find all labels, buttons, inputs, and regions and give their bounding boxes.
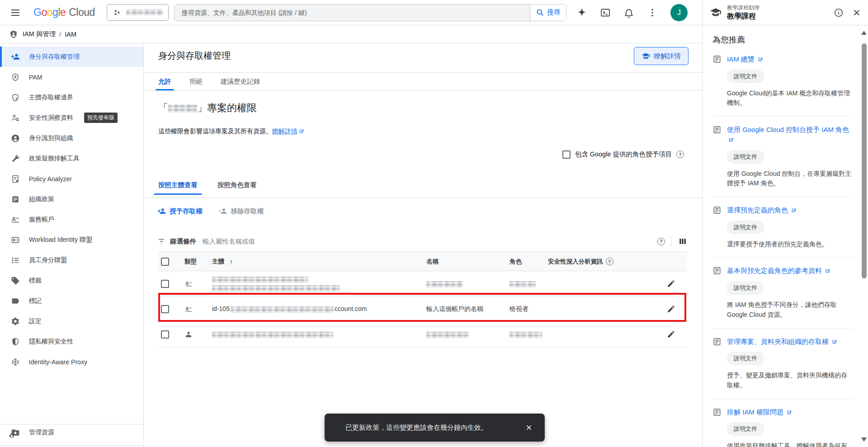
school-icon (710, 7, 722, 19)
tutorial-link[interactable]: 基本與預先定義角色的參考資料 (727, 266, 830, 276)
tab-view-by-principals[interactable]: 按照主體查看 (158, 181, 198, 195)
include-google-checkbox[interactable] (562, 151, 571, 159)
sidebar-item-release-notes[interactable]: 版本資訊 (0, 444, 143, 447)
divider (712, 257, 853, 258)
principal-cell (212, 276, 426, 292)
tab-recommendation-history[interactable]: 建議歷史記錄 (221, 72, 260, 90)
sidebar-item-service-accounts[interactable]: 服務帳戶 (0, 209, 143, 230)
sidebar-item-security-insights[interactable]: 安全性洞察資料 預先發布版 (0, 108, 143, 128)
wrench-icon (11, 154, 20, 163)
filter-input[interactable] (203, 238, 657, 245)
search-input[interactable] (175, 5, 530, 21)
col-principal[interactable]: 主體↑ (212, 258, 426, 266)
redacted-text (509, 332, 542, 338)
filter-icon (157, 237, 165, 245)
cloud-shell-icon[interactable] (600, 7, 611, 18)
permissions-heading: 「」專案的權限 (158, 101, 257, 115)
search-button[interactable]: 搜尋 (530, 5, 566, 21)
project-selector[interactable] (107, 4, 169, 21)
sidebar-item-privacy-security[interactable]: 隱私權與安全性 (0, 331, 143, 352)
tutorial-card: 選擇預先定義的角色 說明文件 選擇要授予使用者的預先定義角色。 (712, 205, 853, 258)
info-icon[interactable] (834, 8, 844, 18)
scrollbar-thumb[interactable] (862, 43, 867, 278)
breadcrumb-section[interactable]: IAM 與管理 (23, 30, 56, 38)
select-all-checkbox[interactable] (161, 258, 169, 266)
divider (712, 328, 853, 329)
revoke-access-button[interactable]: 移除存取權 (219, 207, 264, 216)
scroll-down-icon[interactable] (861, 438, 867, 442)
tutorial-card: 基本與預先定義角色的參考資料 說明文件 將 IAM 角色授予不同身分，讓他們存取… (712, 266, 853, 328)
redacted-text (426, 281, 462, 287)
tab-view-by-roles[interactable]: 按照角色查看 (217, 181, 257, 195)
sidebar-item-org-policies[interactable]: 組織政策 (0, 189, 143, 209)
tutorial-card: 使用 Google Cloud 控制台授予 IAM 角色 說明文件 使用 Goo… (712, 125, 853, 197)
external-link-icon (791, 207, 797, 213)
sidebar-item-label: 隱私權與安全性 (29, 338, 73, 346)
help-icon[interactable]: ? (676, 151, 684, 158)
tutorial-link[interactable]: IAM 總覽 (727, 54, 763, 64)
tutorial-link[interactable]: 排解 IAM 權限問題 (727, 407, 792, 417)
preview-badge: 預先發布版 (84, 113, 118, 123)
view-tabs: 按照主體查看 按照角色查看 (158, 181, 257, 195)
filter-button[interactable]: 篩選條件 (157, 237, 196, 246)
learn-more-link[interactable]: 瞭解詳情 (272, 127, 297, 135)
global-search: 搜尋 (174, 4, 566, 21)
permissions-description: 這些權限會影響這項專案及其所有資源。瞭解詳情 (158, 127, 304, 136)
school-icon (642, 52, 650, 61)
sidebar-item-identity-org[interactable]: 身分識別與組織 (0, 128, 143, 148)
tab-deny[interactable]: 拒絕 (189, 72, 203, 90)
external-link-icon (757, 56, 763, 62)
sidebar-item-label: 身分與存取權管理 (29, 53, 80, 61)
row-checkbox[interactable] (161, 330, 169, 339)
column-display-icon[interactable] (678, 237, 687, 246)
card-description: 使用 Google Cloud 控制台，在專案層級對主體授予 IAM 角色。 (727, 169, 853, 188)
row-checkbox[interactable] (161, 280, 169, 288)
learn-more-button[interactable]: 瞭解詳情 (634, 47, 689, 65)
sidebar-item-workload-identity[interactable]: Workload Identity 聯盟 (0, 230, 143, 250)
sidebar-item-principal-access-boundary[interactable]: 主體存取權邊界 (0, 87, 143, 108)
card-description: 授予、變更及撤銷專案、資料夾與機構的存取權。 (727, 371, 853, 390)
close-icon[interactable] (852, 8, 862, 18)
toast-snackbar: 已更新政策，這些變更應該會在幾分鐘內生效。 (325, 414, 545, 442)
sidebar-item-manage-resources[interactable]: 管理資源 (0, 422, 143, 442)
sidebar-item-label: Workload Identity 聯盟 (29, 236, 92, 244)
tutorial-link[interactable]: 使用 Google Cloud 控制台授予 IAM 角色 (727, 125, 853, 145)
table-actions: 授予存取權 移除存取權 (157, 207, 264, 216)
row-checkbox[interactable] (161, 305, 169, 313)
filter-help-icon[interactable]: ? (657, 238, 665, 245)
sidebar-item-label: 政策疑難排解工具 (29, 155, 80, 163)
sidebar-item-tags[interactable]: 標記 (0, 291, 143, 311)
sidebar-item-pam[interactable]: PAM (0, 67, 143, 87)
avatar[interactable]: J (670, 4, 688, 21)
notifications-bell-icon[interactable] (623, 7, 634, 18)
tutorial-link[interactable]: 管理專案、資料夾和組織的存取權 (727, 337, 837, 347)
edit-principal-icon[interactable] (667, 305, 675, 313)
scroll-up-icon[interactable] (861, 31, 867, 35)
sidebar-item-iap[interactable]: Identity-Aware Proxy (0, 352, 143, 372)
collapse-nav-icon[interactable] (6, 431, 16, 441)
sidebar-item-labels[interactable]: 標籤 (0, 270, 143, 291)
gemini-sparkle-icon[interactable] (576, 7, 587, 18)
breadcrumb-page[interactable]: IAM (65, 31, 76, 38)
tab-allow[interactable]: 允許 (158, 72, 171, 90)
doc-icon (712, 55, 722, 64)
edit-principal-icon[interactable] (667, 330, 675, 339)
sidebar-item-iam[interactable]: 身分與存取權管理 (0, 47, 143, 67)
sidebar-item-settings[interactable]: 設定 (0, 311, 143, 331)
divider (712, 116, 853, 117)
more-vert-icon[interactable] (647, 7, 658, 18)
insights-help-icon[interactable]: ? (606, 258, 613, 265)
sidebar-item-workforce-identity[interactable]: 員工身分聯盟 (0, 250, 143, 270)
grant-access-button[interactable]: 授予存取權 (157, 207, 203, 216)
divider (144, 198, 702, 198)
toast-close-icon[interactable] (522, 421, 536, 434)
card-description: 將 IAM 角色授予不同身分，讓他們存取 Google Cloud 資源。 (727, 300, 853, 320)
edit-principal-icon[interactable] (667, 279, 675, 288)
divider (712, 197, 853, 197)
filter-bar: 篩選條件 ? (157, 234, 687, 249)
menu-icon[interactable] (10, 7, 22, 18)
person-search-icon (11, 113, 20, 122)
tutorial-link[interactable]: 選擇預先定義的角色 (727, 205, 797, 215)
sidebar-item-policy-troubleshooter[interactable]: 政策疑難排解工具 (0, 148, 143, 169)
sidebar-item-policy-analyzer[interactable]: Policy Analyzer (0, 169, 143, 189)
